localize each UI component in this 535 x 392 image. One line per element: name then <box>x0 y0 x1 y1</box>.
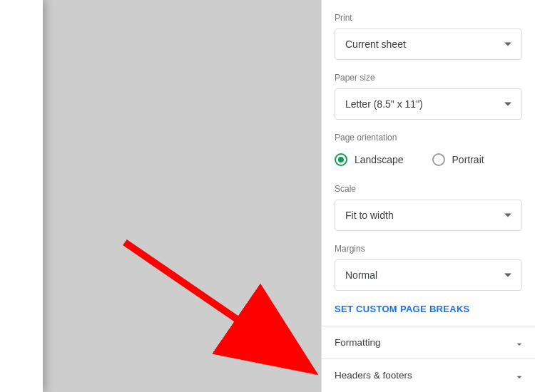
headers-footers-label: Headers & footers <box>335 370 412 381</box>
orientation-portrait-radio[interactable]: Portrait <box>432 153 484 166</box>
paper-size-label: Paper size <box>335 73 522 83</box>
preview-page <box>0 0 43 392</box>
orientation-label: Page orientation <box>335 133 522 143</box>
radio-unselected-icon <box>432 153 445 166</box>
caret-down-icon <box>504 43 511 46</box>
margins-value: Normal <box>345 269 377 281</box>
paper-size-dropdown[interactable]: Letter (8.5" x 11") <box>335 88 522 120</box>
scale-value: Fit to width <box>345 210 394 221</box>
print-dropdown-value: Current sheet <box>345 38 406 50</box>
chevron-down-icon <box>514 371 522 380</box>
margins-label: Margins <box>335 244 522 254</box>
caret-down-icon <box>504 214 511 217</box>
print-settings-panel: Print Current sheet Paper size Letter (8… <box>321 0 535 392</box>
caret-down-icon <box>504 103 511 106</box>
orientation-landscape-radio[interactable]: Landscape <box>335 153 404 166</box>
orientation-landscape-label: Landscape <box>355 154 404 165</box>
print-dropdown[interactable]: Current sheet <box>335 29 522 60</box>
print-label: Print <box>335 13 522 23</box>
scale-label: Scale <box>335 184 522 194</box>
caret-down-icon <box>504 274 511 277</box>
print-preview-area <box>0 0 321 392</box>
paper-size-value: Letter (8.5" x 11") <box>345 98 423 110</box>
headers-footers-section-toggle[interactable]: Headers & footers <box>322 359 535 391</box>
formatting-section-toggle[interactable]: Formatting <box>322 326 535 359</box>
margins-dropdown[interactable]: Normal <box>335 259 522 291</box>
radio-selected-icon <box>335 153 347 166</box>
orientation-portrait-label: Portrait <box>452 154 484 165</box>
scale-dropdown[interactable]: Fit to width <box>335 200 522 231</box>
set-custom-page-breaks-link[interactable]: SET CUSTOM PAGE BREAKS <box>335 304 522 326</box>
chevron-down-icon <box>514 339 522 347</box>
formatting-label: Formatting <box>335 337 381 348</box>
